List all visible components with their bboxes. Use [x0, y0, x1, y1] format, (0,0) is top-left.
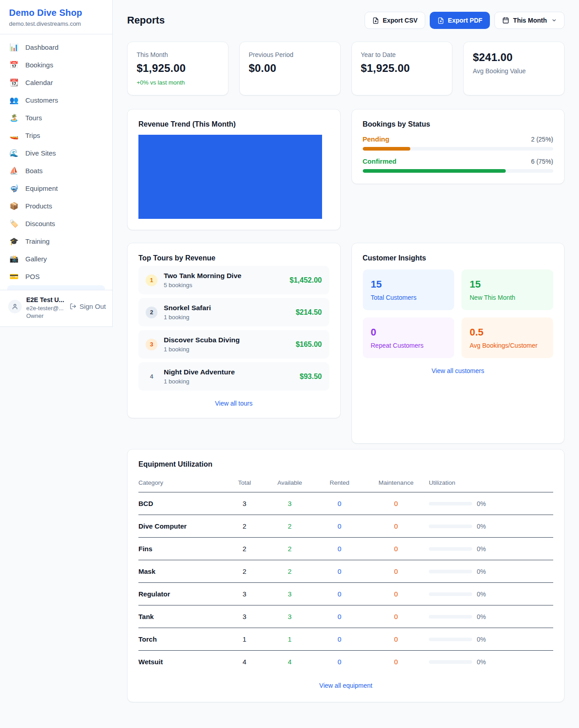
- category-cell: Regulator: [138, 583, 225, 605]
- stat-value: $1,925.00: [361, 62, 443, 75]
- sidebar-item-trips[interactable]: 🚤 Trips: [4, 127, 109, 144]
- sidebar-item-training[interactable]: 🎓 Training: [4, 232, 109, 250]
- utilization-percent: 0%: [477, 500, 486, 507]
- pending-bar-track: [363, 147, 554, 151]
- stat-card-previous-period: Previous Period $0.00: [239, 42, 341, 95]
- charts-row: Revenue Trend (This Month) Bookings by S…: [127, 109, 565, 230]
- maintenance-cell: 0: [363, 515, 429, 538]
- export-pdf-button[interactable]: Export PDF: [430, 12, 490, 29]
- dashboard-icon: 📊: [9, 43, 19, 52]
- rented-cell: 0: [316, 605, 363, 628]
- tour-name: Discover Scuba Diving: [164, 336, 240, 344]
- sidebar-item-gallery[interactable]: 📸 Gallery: [4, 250, 109, 268]
- stat-label: Avg Booking Value: [473, 67, 555, 75]
- rented-cell: 0: [316, 583, 363, 605]
- table-row: Tank 3 3 0 0 0%: [138, 605, 553, 628]
- tile-value: 0: [371, 326, 446, 338]
- tour-row[interactable]: 3 Discover Scuba Diving 1 booking $165.0…: [138, 330, 329, 359]
- file-download-icon: [437, 17, 444, 24]
- tour-row[interactable]: 1 Two Tank Morning Dive 5 bookings $1,45…: [138, 266, 329, 294]
- top-tours-card: Top Tours by Revenue 1 Two Tank Morning …: [127, 243, 341, 418]
- sidebar-item-dashboard[interactable]: 📊 Dashboard: [4, 38, 109, 56]
- status-count: 6 (75%): [531, 158, 553, 165]
- tour-bookings: 1 booking: [164, 346, 240, 353]
- period-select[interactable]: This Month: [494, 12, 565, 29]
- brand-block: Demo Dive Shop demo.test.divestreams.com: [0, 0, 112, 34]
- category-cell: Wetsuit: [138, 651, 225, 673]
- package-icon: 📦: [9, 202, 19, 210]
- chevron-down-icon: [551, 18, 557, 23]
- rank-badge: 2: [146, 307, 157, 318]
- utilization-percent: 0%: [477, 523, 486, 530]
- stat-card-this-month: This Month $1,925.00 +0% vs last month: [127, 42, 228, 95]
- rented-cell: 0: [316, 538, 363, 560]
- people-icon: 👥: [9, 96, 19, 104]
- available-cell: 2: [264, 538, 316, 560]
- view-all-customers-link[interactable]: View all customers: [363, 367, 554, 374]
- tag-icon: 🏷️: [9, 219, 19, 228]
- status-row-pending: Pending 2 (25%): [363, 135, 554, 151]
- tour-bookings: 1 booking: [164, 314, 211, 321]
- main-content: Reports Export CSV Export PDF This Month: [113, 0, 579, 728]
- status-row-confirmed: Confirmed 6 (75%): [363, 157, 554, 173]
- user-email: e2e-tester@...: [26, 305, 64, 312]
- tile-new-this-month: 15 New This Month: [461, 269, 553, 310]
- revenue-trend-card: Revenue Trend (This Month): [127, 109, 341, 230]
- rented-cell: 0: [316, 628, 363, 651]
- tile-repeat-customers: 0 Repeat Customers: [363, 317, 455, 358]
- sidebar-item-boats[interactable]: ⛵ Boats: [4, 162, 109, 180]
- rented-cell: 0: [316, 492, 363, 515]
- wave-icon: 🌊: [9, 149, 19, 157]
- category-cell: Fins: [138, 538, 225, 560]
- user-info: E2E Test U... e2e-tester@... Owner: [26, 296, 64, 319]
- utilization-percent: 0%: [477, 591, 486, 598]
- tour-row[interactable]: 4 Night Dive Adventure 1 booking $93.50: [138, 362, 329, 391]
- utilization-bar: [429, 660, 472, 664]
- stat-value: $241.00: [473, 51, 555, 64]
- export-pdf-label: Export PDF: [448, 17, 482, 24]
- sign-out-button[interactable]: Sign Out: [70, 303, 106, 310]
- diving-mask-icon: 🤿: [9, 184, 19, 193]
- sidebar-item-tours[interactable]: 🏝️ Tours: [4, 109, 109, 127]
- sidebar-item-products[interactable]: 📦 Products: [4, 197, 109, 215]
- user-role: Owner: [26, 312, 64, 319]
- total-cell: 2: [225, 515, 264, 538]
- tile-total-customers: 15 Total Customers: [363, 269, 455, 310]
- sidebar-item-label: Gallery: [25, 255, 47, 263]
- camera-icon: 📸: [9, 255, 19, 263]
- available-cell: 3: [264, 492, 316, 515]
- sidebar-item-bookings[interactable]: 📅 Bookings: [4, 56, 109, 74]
- tile-value: 0.5: [470, 326, 545, 338]
- brand-domain: demo.test.divestreams.com: [9, 20, 103, 27]
- sidebar-item-dive-sites[interactable]: 🌊 Dive Sites: [4, 144, 109, 162]
- stat-label: Previous Period: [249, 51, 331, 58]
- column-header: Total: [225, 475, 264, 492]
- sidebar-item-customers[interactable]: 👥 Customers: [4, 91, 109, 109]
- maintenance-cell: 0: [363, 651, 429, 673]
- utilization-bar: [429, 525, 472, 528]
- utilization-bar: [429, 615, 472, 619]
- export-csv-label: Export CSV: [383, 17, 418, 24]
- nav-item-partial-highlight[interactable]: [7, 285, 105, 290]
- sidebar-item-discounts[interactable]: 🏷️ Discounts: [4, 215, 109, 232]
- tearoff-calendar-icon: 📆: [9, 78, 19, 87]
- sidebar-item-label: Dive Sites: [25, 149, 56, 157]
- utilization-percent: 0%: [477, 545, 486, 553]
- tile-label: Avg Bookings/Customer: [470, 342, 545, 349]
- sidebar-item-equipment[interactable]: 🤿 Equipment: [4, 180, 109, 197]
- sidebar-item-pos[interactable]: 💳 POS: [4, 268, 109, 285]
- sidebar-item-calendar[interactable]: 📆 Calendar: [4, 74, 109, 91]
- table-header-row: Category Total Available Rented Maintena…: [138, 475, 553, 492]
- export-csv-button[interactable]: Export CSV: [365, 12, 425, 29]
- sidebar-item-label: Customers: [25, 96, 58, 104]
- tour-row[interactable]: 2 Snorkel Safari 1 booking $214.50: [138, 298, 329, 326]
- utilization-percent: 0%: [477, 636, 486, 643]
- rank-badge: 4: [146, 371, 157, 383]
- total-cell: 4: [225, 651, 264, 673]
- equipment-table: Category Total Available Rented Maintena…: [138, 475, 553, 673]
- view-all-tours-link[interactable]: View all tours: [138, 400, 329, 407]
- view-all-equipment-link[interactable]: View all equipment: [138, 682, 553, 689]
- tour-revenue: $1,452.00: [290, 276, 322, 284]
- tile-avg-bookings-customer: 0.5 Avg Bookings/Customer: [461, 317, 553, 358]
- sailboat-icon: ⛵: [9, 166, 19, 175]
